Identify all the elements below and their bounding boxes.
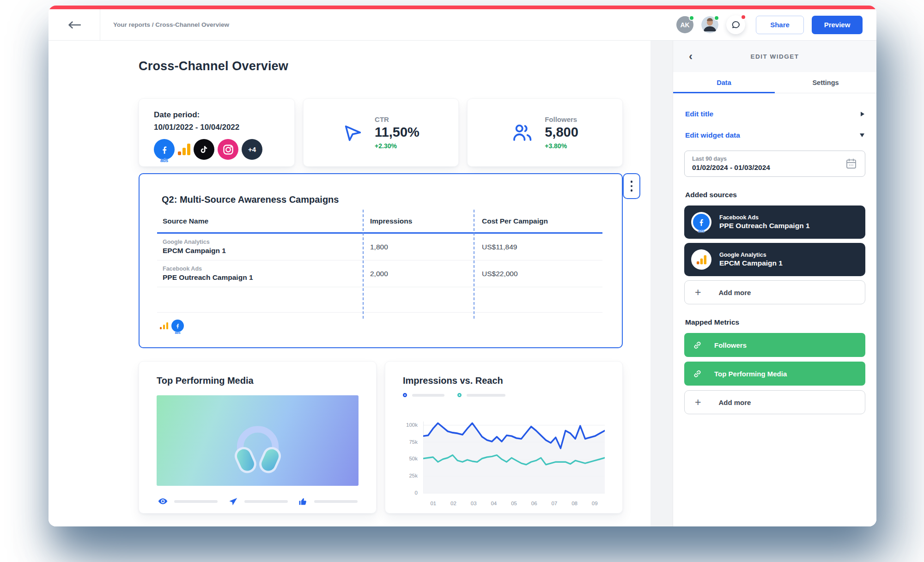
- table: Source Name Impressions Cost Per Campaig…: [157, 217, 602, 313]
- y-tick-label: 100k: [406, 422, 418, 428]
- edit-title-row[interactable]: Edit title: [673, 103, 876, 125]
- source-network: Google Analytics: [719, 252, 783, 258]
- widget-menu-button[interactable]: [623, 173, 640, 199]
- date-range-value: 01/02/2024 - 01/03/2024: [692, 163, 770, 172]
- more-sources-count: +4: [248, 145, 256, 153]
- edit-widget-data-label: Edit widget data: [685, 131, 740, 139]
- column-divider: [474, 210, 474, 319]
- headphones-image: [202, 400, 313, 486]
- legend-item-reach: [457, 393, 505, 397]
- date-period-label: Date period:: [154, 110, 280, 120]
- add-more-label: Add more: [718, 399, 751, 406]
- x-tick-label: 02: [444, 501, 464, 506]
- tab-settings[interactable]: Settings: [775, 72, 876, 93]
- canvas-edge-gutter: [650, 41, 673, 526]
- kpi-value: 5,800: [545, 125, 578, 140]
- plus-icon: +: [695, 287, 701, 298]
- media-widget-title: Top Performing Media: [157, 375, 359, 386]
- column-header: Impressions: [363, 217, 474, 225]
- comments-button[interactable]: [726, 15, 745, 34]
- cursor-icon: [342, 122, 364, 143]
- avatar-photo[interactable]: [701, 16, 718, 33]
- preview-button[interactable]: Preview: [812, 16, 863, 34]
- topbar-actions: AK Share Preview: [676, 15, 876, 34]
- media-widget[interactable]: Top Performing Media: [139, 361, 377, 514]
- notification-dot: [741, 14, 746, 20]
- facebook-ads-sub-label: ads: [160, 158, 168, 163]
- date-preset-label: Last 90 days: [692, 156, 770, 162]
- facebook-ads-icon: ads: [154, 139, 175, 160]
- kpi-label: CTR: [375, 115, 419, 123]
- back-arrow-icon: [68, 21, 81, 29]
- legend-placeholder-bar: [467, 394, 505, 397]
- table-row[interactable]: Google Analytics EPCM Campaign 1 1,800 U…: [157, 234, 602, 260]
- widget-source-icons: ads: [160, 320, 622, 332]
- added-sources-label: Added sources: [685, 191, 864, 199]
- avatar-initials[interactable]: AK: [676, 16, 693, 33]
- eye-icon: [158, 496, 168, 507]
- y-tick-label: 50k: [409, 456, 418, 461]
- metric-label: Top Performing Media: [714, 370, 787, 378]
- y-tick-label: 0: [415, 490, 418, 496]
- metric-followers[interactable]: Followers: [684, 333, 865, 357]
- chart-plot-area: [423, 408, 605, 496]
- facebook-ads-icon: ads: [691, 212, 711, 232]
- panel-header: ‹ EDIT WIDGET: [673, 41, 876, 72]
- panel-collapse-button[interactable]: ‹: [689, 51, 693, 62]
- column-divider: [363, 210, 364, 319]
- x-tick-label: 01: [423, 501, 444, 506]
- app-window: Your reports / Cross-Channel Overview AK: [49, 6, 876, 526]
- legend-placeholder-bar: [412, 394, 444, 397]
- top-bar: Your reports / Cross-Channel Overview AK: [49, 9, 876, 41]
- caret-down-icon: [860, 133, 864, 137]
- row-source: Facebook Ads: [163, 266, 363, 272]
- x-tick-label: 06: [524, 501, 544, 506]
- x-tick-label: 07: [544, 501, 565, 506]
- metric-label: Followers: [714, 341, 747, 349]
- source-network: Facebook Ads: [719, 214, 810, 221]
- metric-top-performing-media[interactable]: Top Performing Media: [684, 362, 865, 386]
- source-card-facebook[interactable]: ads Facebook Ads PPE Outreach Campaign 1: [684, 205, 865, 239]
- source-card-google-analytics[interactable]: Google Analytics EPCM Campaign 1: [684, 243, 865, 276]
- thumbs-up-icon: [298, 496, 308, 507]
- share-button[interactable]: Share: [756, 16, 804, 34]
- line-chart: 025k50k75k100k: [403, 408, 605, 496]
- back-button[interactable]: [49, 9, 100, 40]
- source-campaign: PPE Outreach Campaign 1: [719, 222, 810, 230]
- panel-title: EDIT WIDGET: [673, 53, 876, 60]
- avatar-initials-text: AK: [680, 21, 689, 29]
- shares-stat: [228, 496, 288, 507]
- google-analytics-icon: [691, 249, 711, 270]
- row-cost: US$22,000: [474, 270, 602, 278]
- add-source-button[interactable]: + Add more: [684, 280, 865, 304]
- edit-widget-data-row[interactable]: Edit widget data: [673, 125, 876, 146]
- date-period-range: 10/01/2022 - 10/04/2022: [154, 123, 280, 132]
- column-header: Cost Per Campaign: [474, 217, 602, 225]
- followers-widget[interactable]: Followers 5,800 +3.80%: [467, 98, 623, 167]
- x-tick-label: 03: [463, 501, 484, 506]
- chart-widget[interactable]: Impressions vs. Reach: [385, 361, 623, 514]
- online-status-dot: [689, 15, 694, 21]
- calendar-icon: [845, 157, 857, 170]
- link-icon: [693, 369, 702, 379]
- table-widget-selected[interactable]: Q2: Multi-Source Awareness Campaigns Sou…: [139, 173, 623, 348]
- x-tick-label: 08: [565, 501, 585, 506]
- breadcrumb: Your reports / Cross-Channel Overview: [113, 21, 229, 28]
- online-status-dot: [714, 15, 719, 21]
- tab-data[interactable]: Data: [673, 72, 775, 93]
- date-period-widget[interactable]: Date period: 10/01/2022 - 10/04/2022 ads: [139, 98, 295, 167]
- x-tick-label: 09: [584, 501, 605, 506]
- add-metric-button[interactable]: + Add more: [684, 390, 865, 414]
- more-sources-badge[interactable]: +4: [242, 139, 262, 160]
- row-impressions: 1,800: [363, 243, 474, 251]
- stat-placeholder-bar: [174, 500, 218, 503]
- ctr-widget[interactable]: CTR 11,50% +2.30%: [303, 98, 459, 167]
- source-icon-row: ads +4: [154, 139, 280, 160]
- add-more-label: Add more: [718, 289, 751, 296]
- legend-dot-icon: [457, 393, 462, 397]
- date-range-picker[interactable]: Last 90 days 01/02/2024 - 01/03/2024: [684, 151, 865, 177]
- share-arrow-icon: [228, 496, 238, 507]
- chat-bubble-icon: [731, 20, 741, 30]
- table-row[interactable]: Facebook Ads PPE Outreach Campaign 1 2,0…: [157, 260, 602, 287]
- row-impressions: 2,000: [363, 270, 474, 278]
